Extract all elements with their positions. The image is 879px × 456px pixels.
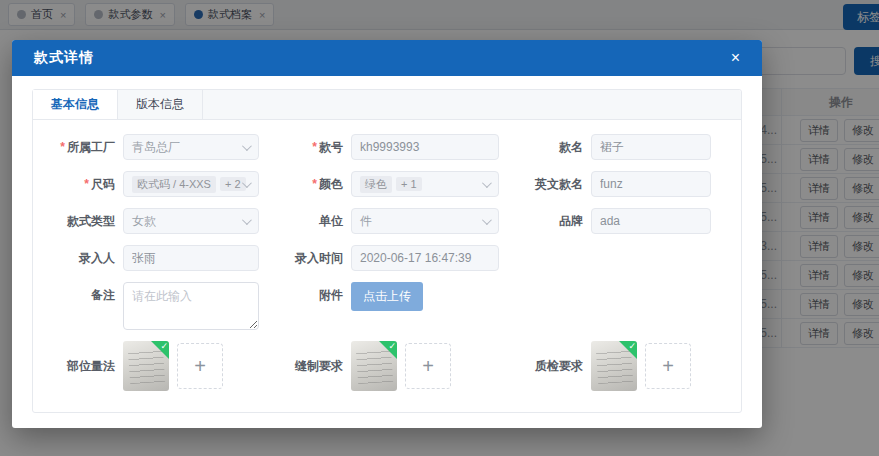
check-icon: ✓ bbox=[160, 341, 168, 351]
color-tag: 绿色 bbox=[360, 176, 392, 193]
info-tabs: 基本信息 版本信息 bbox=[33, 90, 741, 120]
style-no-field[interactable] bbox=[351, 134, 499, 160]
modal-body: 基本信息 版本信息 *所属工厂 青岛总厂 *款号 款名 bbox=[12, 76, 762, 426]
check-icon: ✓ bbox=[628, 341, 636, 351]
measure-method-upload-box[interactable]: + bbox=[177, 343, 223, 389]
measure-method-photo[interactable]: ✓ bbox=[123, 341, 169, 391]
modal-header: 款式详情 × bbox=[12, 40, 762, 76]
modal-title: 款式详情 bbox=[34, 49, 94, 67]
factory-value: 青岛总厂 bbox=[132, 139, 180, 156]
size-label: *尺码 bbox=[47, 171, 123, 197]
style-type-select[interactable]: 女款 bbox=[123, 208, 259, 234]
info-card: 基本信息 版本信息 *所属工厂 青岛总厂 *款号 款名 bbox=[32, 89, 742, 413]
required-marker: * bbox=[312, 177, 317, 191]
size-more-tag: + 2 bbox=[220, 177, 246, 191]
factory-select[interactable]: 青岛总厂 bbox=[123, 134, 259, 160]
basic-info-form: *所属工厂 青岛总厂 *款号 款名 *尺码 欧式码 / 4 bbox=[33, 120, 741, 391]
factory-label: *所属工厂 bbox=[47, 134, 123, 160]
required-marker: * bbox=[312, 140, 317, 154]
measure-method-label: 部位量法 bbox=[47, 353, 123, 379]
required-marker: * bbox=[60, 140, 65, 154]
unit-label: 单位 bbox=[275, 208, 351, 234]
upload-attachment-button[interactable]: 点击上传 bbox=[351, 282, 423, 311]
remark-textarea[interactable] bbox=[123, 282, 259, 330]
chevron-down-icon bbox=[242, 141, 252, 151]
size-tag: 欧式码 / 4-XXS bbox=[132, 176, 216, 193]
style-type-value: 女款 bbox=[132, 213, 156, 230]
sewing-require-label: 缝制要求 bbox=[275, 353, 351, 379]
brand-field[interactable] bbox=[591, 208, 711, 234]
style-name-label: 款名 bbox=[515, 134, 591, 160]
chevron-down-icon bbox=[482, 215, 492, 225]
color-label: *颜色 bbox=[275, 171, 351, 197]
plus-icon: + bbox=[194, 355, 206, 378]
sewing-require-photo[interactable]: ✓ bbox=[351, 341, 397, 391]
unit-select[interactable]: 件 bbox=[351, 208, 499, 234]
qc-require-label: 质检要求 bbox=[515, 353, 591, 379]
tab-version-info[interactable]: 版本信息 bbox=[118, 90, 203, 119]
chevron-down-icon bbox=[482, 178, 492, 188]
remark-label: 备注 bbox=[47, 282, 123, 308]
style-name-field[interactable] bbox=[591, 134, 711, 160]
entry-time-field[interactable] bbox=[351, 245, 499, 271]
plus-icon: + bbox=[662, 355, 674, 378]
chevron-down-icon bbox=[242, 215, 252, 225]
qc-require-upload-box[interactable]: + bbox=[645, 343, 691, 389]
entry-person-label: 录入人 bbox=[47, 245, 123, 271]
entry-time-label: 录入时间 bbox=[275, 245, 351, 271]
color-more-tag: + 1 bbox=[396, 177, 422, 191]
check-icon: ✓ bbox=[388, 341, 396, 351]
style-detail-modal: 款式详情 × 基本信息 版本信息 *所属工厂 青岛总厂 *款号 bbox=[12, 40, 762, 428]
style-type-label: 款式类型 bbox=[47, 208, 123, 234]
attachment-label: 附件 bbox=[275, 282, 351, 308]
plus-icon: + bbox=[422, 355, 434, 378]
close-icon[interactable]: × bbox=[731, 50, 740, 66]
english-name-label: 英文款名 bbox=[515, 171, 591, 197]
entry-person-field[interactable] bbox=[123, 245, 259, 271]
english-name-field[interactable] bbox=[591, 171, 711, 197]
size-select[interactable]: 欧式码 / 4-XXS+ 2 bbox=[123, 171, 259, 197]
qc-require-photo[interactable]: ✓ bbox=[591, 341, 637, 391]
unit-value: 件 bbox=[360, 213, 372, 230]
brand-label: 品牌 bbox=[515, 208, 591, 234]
sewing-require-upload-box[interactable]: + bbox=[405, 343, 451, 389]
required-marker: * bbox=[84, 177, 89, 191]
tab-basic-info[interactable]: 基本信息 bbox=[33, 90, 118, 119]
style-no-label: *款号 bbox=[275, 134, 351, 160]
color-select[interactable]: 绿色+ 1 bbox=[351, 171, 499, 197]
